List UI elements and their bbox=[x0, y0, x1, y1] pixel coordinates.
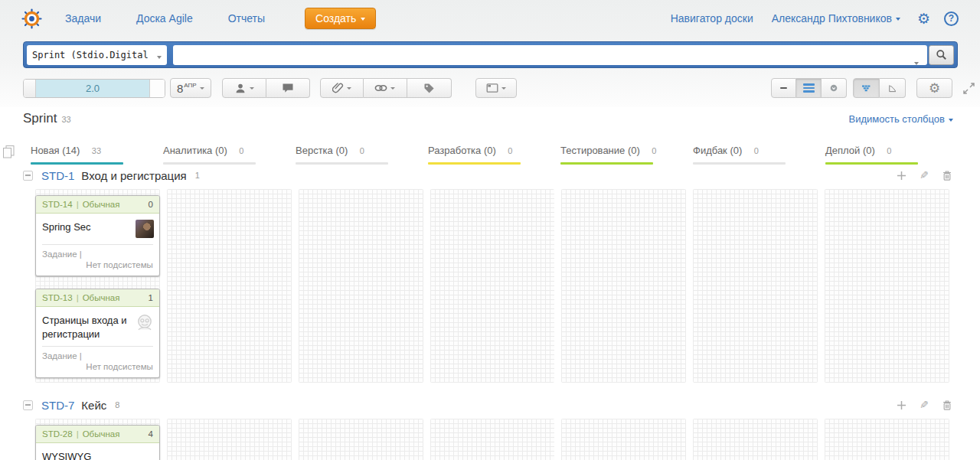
search-suggest-chevron-icon[interactable] bbox=[914, 54, 919, 67]
zoom-slider-right-handle[interactable] bbox=[149, 80, 165, 97]
swimlane-collapse-all-icon[interactable] bbox=[2, 145, 15, 159]
board-zoom-slider[interactable]: 2.0 bbox=[23, 79, 165, 98]
columns-visibility-link[interactable]: Видимость столбцов bbox=[848, 113, 953, 125]
zoom-slider-left-handle[interactable] bbox=[24, 80, 36, 97]
card-view-compact-button[interactable] bbox=[771, 78, 796, 98]
card-footer: Задание | Нет подсистемы bbox=[36, 245, 159, 276]
board-toolbar: 2.0 8 АПР bbox=[23, 77, 975, 99]
cell-markup[interactable] bbox=[299, 189, 423, 383]
cell-deploy[interactable] bbox=[825, 419, 949, 460]
paperclip-icon bbox=[332, 82, 344, 94]
no-assignee-ghost-avatar[interactable] bbox=[136, 313, 154, 331]
cell-testing[interactable] bbox=[561, 189, 686, 383]
command-dialog-button[interactable] bbox=[475, 78, 517, 98]
separator: | bbox=[77, 429, 79, 439]
help-icon[interactable]: ? bbox=[944, 11, 959, 26]
card-std-13[interactable]: STD-13 | Обычная 1 Страницы входа и реги… bbox=[35, 289, 160, 378]
date-filter-button[interactable]: 8 АПР bbox=[170, 78, 211, 98]
nav-item-agile-board[interactable]: Доска Agile bbox=[136, 12, 193, 24]
add-card-button[interactable] bbox=[897, 171, 906, 181]
link-tools-group bbox=[320, 78, 452, 98]
cell-analytics[interactable] bbox=[167, 419, 292, 460]
card-id[interactable]: STD-13 bbox=[42, 293, 73, 302]
board-navigator-link[interactable]: Навигатор доски bbox=[671, 12, 753, 24]
card-id[interactable]: STD-14 bbox=[42, 200, 73, 209]
column-header-deploy[interactable]: Деплой (0) 0 bbox=[825, 143, 950, 165]
nav-item-issues[interactable]: Задачи bbox=[65, 12, 101, 24]
collapse-swimlane-icon[interactable] bbox=[23, 400, 33, 410]
chevron-down-icon bbox=[200, 87, 204, 90]
swimlane-actions: ✎ bbox=[897, 169, 952, 181]
column-label: Аналитика (0) bbox=[163, 145, 227, 156]
assignee-filter-button[interactable] bbox=[222, 78, 266, 98]
issue-id-link[interactable]: STD-7 bbox=[41, 399, 74, 412]
card-footer: Задание | Нет подсистемы bbox=[36, 347, 159, 377]
search-input[interactable] bbox=[173, 45, 927, 65]
add-card-button[interactable] bbox=[897, 400, 906, 410]
cell-development[interactable] bbox=[430, 189, 555, 383]
settings-gear-icon[interactable]: ⚙ bbox=[917, 11, 930, 26]
pencil-icon: ✎ bbox=[920, 169, 929, 181]
cell-markup[interactable] bbox=[299, 419, 423, 460]
column-count: 0 bbox=[360, 146, 364, 155]
swimlane-count: 8 bbox=[115, 400, 119, 409]
cell-development[interactable] bbox=[430, 419, 555, 460]
search-context-dropdown[interactable]: Sprint (Stdio.Digital bbox=[27, 45, 167, 65]
dash-icon bbox=[780, 87, 787, 90]
cell-feedback[interactable] bbox=[693, 419, 818, 460]
search-button[interactable] bbox=[929, 45, 954, 65]
column-header-markup[interactable]: Верстка (0) 0 bbox=[296, 143, 420, 165]
card-header: STD-28 | Обычная 4 bbox=[36, 426, 159, 443]
burndown-chart-button[interactable] bbox=[880, 78, 906, 98]
user-menu[interactable]: Александр Пихтовников bbox=[772, 12, 900, 24]
card-id[interactable]: STD-28 bbox=[42, 429, 73, 439]
links-button[interactable] bbox=[364, 78, 407, 98]
card-std-28[interactable]: STD-28 | Обычная 4 WYSIWYG bbox=[35, 425, 160, 460]
board-body: STD-1 Вход и регистрация 1 ✎ bbox=[0, 164, 980, 460]
create-button[interactable]: Создать bbox=[305, 8, 376, 29]
column-header-development[interactable]: Разработка (0) 0 bbox=[428, 143, 553, 165]
card-collapse-toggle-button[interactable] bbox=[822, 78, 847, 98]
nav-item-reports[interactable]: Отчеты bbox=[228, 12, 265, 24]
edit-swimlane-button[interactable]: ✎ bbox=[920, 399, 929, 411]
column-header-analytics[interactable]: Аналитика (0) 0 bbox=[163, 143, 288, 165]
zoom-slider-value[interactable]: 2.0 bbox=[36, 80, 149, 97]
column-header-feedback[interactable]: Фидбак (0) 0 bbox=[693, 143, 818, 165]
tags-button[interactable] bbox=[407, 78, 452, 98]
column-count: 33 bbox=[92, 146, 101, 155]
cell-feedback[interactable] bbox=[693, 189, 818, 383]
search-context-value: Sprint (Stdio.Digital bbox=[32, 50, 149, 60]
cell-testing[interactable] bbox=[561, 419, 686, 460]
column-label: Новая (14) bbox=[31, 145, 80, 156]
card-priority: Обычная bbox=[83, 293, 120, 302]
card-header: STD-14 | Обычная 0 bbox=[36, 196, 159, 214]
board-settings-button[interactable]: ⚙ bbox=[916, 78, 952, 98]
speech-bubble-icon bbox=[282, 83, 294, 93]
view-mode-group bbox=[853, 78, 906, 98]
edit-swimlane-button[interactable]: ✎ bbox=[920, 169, 929, 181]
card-std-14[interactable]: STD-14 | Обычная 0 Spring Sec Задание | bbox=[35, 195, 160, 276]
card-badge: 1 bbox=[148, 293, 152, 302]
cell-new[interactable]: STD-28 | Обычная 4 WYSIWYG bbox=[35, 419, 160, 460]
collapse-swimlane-icon[interactable] bbox=[23, 171, 33, 181]
cell-new[interactable]: STD-14 | Обычная 0 Spring Sec Задание | bbox=[35, 189, 160, 383]
youtrack-logo-icon[interactable] bbox=[21, 8, 42, 29]
cell-analytics[interactable] bbox=[167, 189, 292, 383]
attachments-button[interactable] bbox=[320, 78, 364, 98]
column-header-testing[interactable]: Тестирование (0) 0 bbox=[560, 143, 685, 165]
delete-swimlane-button[interactable] bbox=[942, 170, 952, 181]
fullscreen-button[interactable] bbox=[962, 82, 975, 95]
cell-deploy[interactable] bbox=[825, 189, 949, 383]
board-view-button[interactable] bbox=[853, 78, 880, 98]
comments-button[interactable] bbox=[266, 78, 310, 98]
column-header-new[interactable]: Новая (14) 33 bbox=[31, 143, 155, 165]
card-type: Задание bbox=[42, 250, 77, 259]
card-view-detailed-button[interactable] bbox=[796, 78, 822, 98]
trash-icon bbox=[942, 170, 952, 181]
delete-swimlane-button[interactable] bbox=[942, 400, 952, 411]
assignee-avatar[interactable] bbox=[136, 220, 154, 238]
card-body: WYSIWYG bbox=[36, 443, 159, 460]
card-title[interactable]: WYSIWYG bbox=[42, 450, 153, 460]
separator: | bbox=[77, 293, 79, 302]
issue-id-link[interactable]: STD-1 bbox=[41, 169, 74, 182]
